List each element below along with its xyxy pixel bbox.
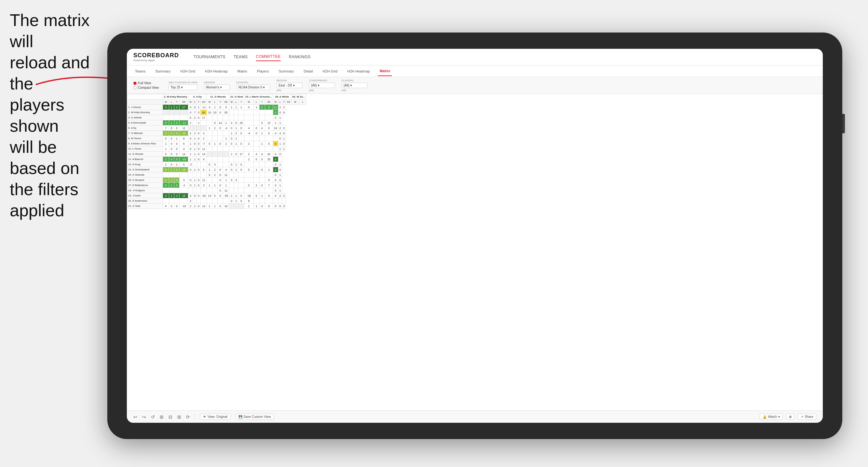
tablet-screen: SCOREBOARD Powered by clippd TOURNAMENTS… <box>127 49 823 423</box>
zoom-out-icon[interactable]: ⊟ <box>168 414 173 419</box>
wlt-dif-5: Dif <box>265 99 273 105</box>
nav-teams[interactable]: TEAMS <box>234 53 248 61</box>
table-row: 15. H Stranda 0 2 0 11 <box>127 173 306 178</box>
corner-header <box>127 94 163 99</box>
subnav-h2h-heatmap2[interactable]: H2H Heatmap <box>346 67 372 76</box>
compact-view-label: Compact View <box>138 86 159 89</box>
division-label: Division <box>237 81 270 84</box>
zoom-in-icon[interactable]: ⊞ <box>177 414 181 419</box>
wlt-corner <box>127 99 163 105</box>
wlt-t-1: T <box>174 99 180 105</box>
sub-navigation: Teams Summary H2H Grid H2H Heatmap Matri… <box>127 65 823 77</box>
wlt-l-1: L <box>169 99 174 105</box>
table-row: 18. J Hodgson 0 11 <box>127 188 306 193</box>
subnav-h2h-grid2[interactable]: H2H Grid <box>321 67 339 76</box>
col-header-7: 60. W Za... <box>291 94 306 99</box>
player-name: 10. L Perini <box>127 146 163 152</box>
player-name: 1. J Garcia <box>127 105 163 110</box>
nav-rankings[interactable]: RANKINGS <box>289 53 311 61</box>
wlt-dif-3: Dif <box>223 99 229 105</box>
wlt-w-6: W <box>273 99 278 105</box>
gender-select[interactable]: Women's ▾ <box>204 85 230 90</box>
wlt-w-7: W <box>291 99 299 105</box>
table-row: 11. G Woods 0 5 0 14 1 1 0 14 <box>127 152 306 157</box>
col-header-5: 23. L Marie Schuma... <box>244 94 273 99</box>
wlt-t-6: T <box>282 99 286 105</box>
subnav-summary2[interactable]: Summary <box>277 67 296 76</box>
conference-label: Conference <box>309 79 335 82</box>
annotation-text: The matrix willreload and theplayers sho… <box>10 10 104 221</box>
player-name: 15. H Stranda <box>127 173 163 178</box>
table-row: 16. K Mcopha 2 1 0 3 0 1 0 11 0 <box>127 178 306 183</box>
table-row: 10. L Perini 1 0 0 4 0 1 0 11 <box>127 146 306 152</box>
table-row: 9. A Maria Jimenez Rios 1 0 0 6 1 0 0 -7… <box>127 141 306 146</box>
nav-tournaments[interactable]: TOURNAMENTS <box>193 53 225 61</box>
wlt-dif-6: Dif <box>286 99 291 105</box>
wlt-l-3: L <box>212 99 217 105</box>
subnav-h2h-heatmap[interactable]: H2H Heatmap <box>203 67 229 76</box>
filter-bar: Full View Compact View Max players in vi… <box>127 77 823 94</box>
full-view-option[interactable]: Full View <box>133 81 159 85</box>
view-icon: 👁 <box>203 415 206 418</box>
share-icon: ↗ <box>801 415 803 418</box>
save-custom-button[interactable]: 💾 Save Custom View <box>236 414 274 420</box>
matrix-table: 2. M Kelly Mulcahy 6. A Dy 11. G Woods 2… <box>127 94 306 209</box>
reset-icon[interactable]: ↺ <box>151 414 155 419</box>
table-row: 5. A Nomrowski 3 1 0 -11 1 1 0 14 <box>127 120 306 126</box>
max-players-label: Max players in view <box>168 81 197 84</box>
table-row: 8. M Torres 0 0 1 8 0 1 0 2 1 <box>127 136 306 141</box>
wlt-t-3: T <box>218 99 223 105</box>
player-name: 16. K Mcopha <box>127 178 163 183</box>
zoom-fit-icon[interactable]: ⊞ <box>160 414 163 419</box>
table-row: 21. O Stoll 4 0 0 -19 2 1 0 14 1 1 0 <box>127 204 306 209</box>
subnav-detail[interactable]: Detail <box>302 67 314 76</box>
col-header-1: 2. M Kelly Mulcahy <box>163 94 188 99</box>
subnav-teams[interactable]: Teams <box>133 67 147 76</box>
nav-committee[interactable]: COMMITTEE <box>256 53 281 61</box>
subnav-summary[interactable]: Summary <box>154 67 172 76</box>
subnav-players[interactable]: Players <box>255 67 271 76</box>
max-players-select[interactable]: Top 25 ▾ <box>168 85 197 90</box>
player-name: 12. A Bianchi <box>127 157 163 162</box>
subnav-matrix[interactable]: Matrix <box>236 67 249 76</box>
table-row: 19. J Kanh 3 1 0 18 4 0 0 -20 13 0 0 <box>127 193 306 198</box>
refresh-icon[interactable]: ⟳ <box>186 414 190 419</box>
player-name: 6. A Dy <box>127 126 163 131</box>
table-row: 1. J Garcia 3 1 0 27 3 0 1 -11 4 1 0 <box>127 105 306 110</box>
compact-view-option[interactable]: Compact View <box>133 86 159 89</box>
matrix-table-wrapper[interactable]: 2. M Kelly Mulcahy 6. A Dy 11. G Woods 2… <box>127 94 823 410</box>
player-name: 3. S Jelinek <box>127 115 163 120</box>
table-row: 13. N Klug 2 0 1 0 -2 0 3 <box>127 162 306 167</box>
region-select[interactable]: East - DII ▾ <box>276 83 303 88</box>
wlt-t-4: T <box>238 99 244 105</box>
full-view-radio[interactable] <box>133 82 136 85</box>
logo-title: SCOREBOARD <box>133 52 179 59</box>
layout-button[interactable]: ⊞ <box>786 414 795 420</box>
subnav-h2h-grid[interactable]: H2H Grid <box>179 67 197 76</box>
filter-conference: Conference (All) ▾ (All) <box>309 79 335 92</box>
division-select[interactable]: NCAA Division II ▾ <box>237 85 270 90</box>
compact-view-radio[interactable] <box>133 86 136 89</box>
wlt-t-5: T <box>259 99 265 105</box>
player-name: 5. A Nomrowski <box>127 120 163 126</box>
subnav-matrix-active[interactable]: Matrix <box>378 66 392 76</box>
wlt-dif-1: Dif <box>180 99 188 105</box>
conference-select[interactable]: (All) ▾ <box>309 83 335 88</box>
undo-icon[interactable]: ↩ <box>133 414 137 419</box>
players-select[interactable]: (All) ▾ <box>341 83 368 88</box>
players-label: Players <box>341 79 368 82</box>
player-name: 19. J Kanh <box>127 193 163 198</box>
watch-icon: 🔔 <box>763 415 767 418</box>
player-name: 9. A Maria Jimenez Rios <box>127 141 163 146</box>
wlt-l-4: L <box>234 99 238 105</box>
view-original-button[interactable]: 👁 View: Original <box>200 414 230 420</box>
player-name: 14. S Srichantamit <box>127 167 163 173</box>
table-row: 12. A Bianchi 2 0 0 -18 1 1 0 4 <box>127 157 306 162</box>
share-button[interactable]: ↗ Share <box>798 414 816 420</box>
wlt-w-4: W <box>229 99 234 105</box>
table-row: 14. S Srichantamit 3 1 0 18 0 1 0 5 1 2 … <box>127 167 306 173</box>
redo-icon[interactable]: ↪ <box>142 414 146 419</box>
watch-button[interactable]: 🔔 Watch ▾ <box>760 414 783 420</box>
tablet-side-button <box>842 114 845 133</box>
table-row: 2. M Kelly Mulcahy 0 7 0 40 10 10 0 <box>127 110 306 115</box>
